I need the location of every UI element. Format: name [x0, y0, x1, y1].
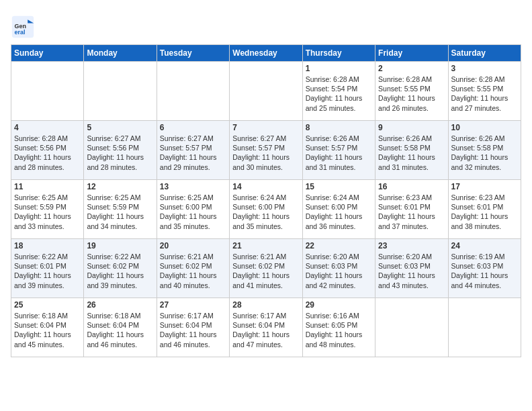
day-info: Sunrise: 6:17 AM Sunset: 6:04 PM Dayligh…	[160, 311, 226, 349]
day-info: Sunrise: 6:18 AM Sunset: 6:04 PM Dayligh…	[14, 311, 81, 349]
day-number: 7	[232, 123, 299, 132]
day-number: 9	[378, 123, 445, 132]
day-number: 19	[87, 241, 153, 250]
calendar-cell: 16Sunrise: 6:23 AM Sunset: 6:01 PM Dayli…	[375, 180, 448, 239]
calendar-cell: 23Sunrise: 6:20 AM Sunset: 6:03 PM Dayli…	[375, 239, 448, 298]
day-number: 14	[232, 182, 299, 191]
day-info: Sunrise: 6:26 AM Sunset: 5:58 PM Dayligh…	[451, 134, 518, 172]
day-number: 4	[14, 123, 81, 132]
day-info: Sunrise: 6:22 AM Sunset: 6:01 PM Dayligh…	[14, 252, 81, 290]
day-number: 25	[14, 300, 81, 310]
day-info: Sunrise: 6:25 AM Sunset: 6:00 PM Dayligh…	[160, 193, 226, 231]
logo-icon: Gen eral	[11, 15, 35, 39]
header: Gen eral	[11, 11, 521, 39]
calendar-cell: 22Sunrise: 6:20 AM Sunset: 6:03 PM Dayli…	[302, 239, 375, 298]
day-header-tuesday: Tuesday	[157, 45, 229, 62]
day-header-saturday: Saturday	[448, 45, 521, 62]
day-number: 3	[451, 64, 518, 73]
day-number: 1	[306, 64, 372, 73]
calendar-cell: 12Sunrise: 6:25 AM Sunset: 5:59 PM Dayli…	[84, 180, 157, 239]
day-info: Sunrise: 6:26 AM Sunset: 5:57 PM Dayligh…	[306, 134, 372, 172]
calendar-table: SundayMondayTuesdayWednesdayThursdayFrid…	[11, 44, 521, 357]
calendar-cell: 20Sunrise: 6:21 AM Sunset: 6:02 PM Dayli…	[157, 239, 229, 298]
calendar-week-2: 4Sunrise: 6:28 AM Sunset: 5:56 PM Daylig…	[11, 121, 521, 180]
day-number: 11	[14, 182, 81, 191]
calendar-cell: 18Sunrise: 6:22 AM Sunset: 6:01 PM Dayli…	[11, 239, 84, 298]
logo: Gen eral	[11, 15, 38, 39]
day-number: 18	[14, 241, 81, 250]
day-number: 8	[306, 123, 372, 132]
calendar-cell: 6Sunrise: 6:27 AM Sunset: 5:57 PM Daylig…	[157, 121, 229, 180]
calendar-cell: 5Sunrise: 6:27 AM Sunset: 5:56 PM Daylig…	[84, 121, 157, 180]
day-info: Sunrise: 6:26 AM Sunset: 5:58 PM Dayligh…	[378, 134, 445, 172]
calendar-cell: 29Sunrise: 6:16 AM Sunset: 6:05 PM Dayli…	[302, 298, 375, 357]
calendar-cell: 25Sunrise: 6:18 AM Sunset: 6:04 PM Dayli…	[11, 298, 84, 357]
calendar-cell: 3Sunrise: 6:28 AM Sunset: 5:55 PM Daylig…	[448, 62, 521, 121]
calendar-week-3: 11Sunrise: 6:25 AM Sunset: 5:59 PM Dayli…	[11, 180, 521, 239]
day-info: Sunrise: 6:28 AM Sunset: 5:55 PM Dayligh…	[451, 75, 518, 113]
calendar-cell: 14Sunrise: 6:24 AM Sunset: 6:00 PM Dayli…	[230, 180, 302, 239]
day-number: 17	[451, 182, 518, 191]
day-number: 28	[232, 300, 299, 310]
day-number: 27	[160, 300, 226, 310]
day-number: 15	[306, 182, 372, 191]
day-number: 10	[451, 123, 518, 132]
day-info: Sunrise: 6:23 AM Sunset: 6:01 PM Dayligh…	[451, 193, 518, 231]
day-header-monday: Monday	[84, 45, 157, 62]
day-number: 26	[87, 300, 153, 310]
day-info: Sunrise: 6:25 AM Sunset: 5:59 PM Dayligh…	[87, 193, 153, 231]
calendar-week-5: 25Sunrise: 6:18 AM Sunset: 6:04 PM Dayli…	[11, 298, 521, 357]
calendar-cell	[84, 62, 157, 121]
calendar-cell	[448, 298, 521, 357]
day-number: 16	[378, 182, 445, 191]
day-info: Sunrise: 6:28 AM Sunset: 5:54 PM Dayligh…	[306, 75, 372, 113]
calendar-cell: 2Sunrise: 6:28 AM Sunset: 5:55 PM Daylig…	[375, 62, 448, 121]
calendar-cell: 10Sunrise: 6:26 AM Sunset: 5:58 PM Dayli…	[448, 121, 521, 180]
day-number: 13	[160, 182, 226, 191]
day-info: Sunrise: 6:17 AM Sunset: 6:04 PM Dayligh…	[232, 311, 299, 349]
day-number: 29	[306, 300, 372, 310]
svg-text:eral: eral	[14, 29, 25, 36]
calendar-cell: 17Sunrise: 6:23 AM Sunset: 6:01 PM Dayli…	[448, 180, 521, 239]
calendar-cell	[230, 62, 302, 121]
day-info: Sunrise: 6:27 AM Sunset: 5:57 PM Dayligh…	[160, 134, 226, 172]
day-info: Sunrise: 6:20 AM Sunset: 6:03 PM Dayligh…	[306, 252, 372, 290]
day-info: Sunrise: 6:22 AM Sunset: 6:02 PM Dayligh…	[87, 252, 153, 290]
day-info: Sunrise: 6:21 AM Sunset: 6:02 PM Dayligh…	[232, 252, 299, 290]
day-info: Sunrise: 6:28 AM Sunset: 5:56 PM Dayligh…	[14, 134, 81, 172]
day-info: Sunrise: 6:21 AM Sunset: 6:02 PM Dayligh…	[160, 252, 226, 290]
calendar-cell: 27Sunrise: 6:17 AM Sunset: 6:04 PM Dayli…	[157, 298, 229, 357]
calendar-cell: 13Sunrise: 6:25 AM Sunset: 6:00 PM Dayli…	[157, 180, 229, 239]
day-info: Sunrise: 6:27 AM Sunset: 5:57 PM Dayligh…	[232, 134, 299, 172]
day-info: Sunrise: 6:24 AM Sunset: 6:00 PM Dayligh…	[232, 193, 299, 231]
calendar-cell: 8Sunrise: 6:26 AM Sunset: 5:57 PM Daylig…	[302, 121, 375, 180]
day-info: Sunrise: 6:28 AM Sunset: 5:55 PM Dayligh…	[378, 75, 445, 113]
day-number: 2	[378, 64, 445, 73]
day-number: 20	[160, 241, 226, 250]
calendar-cell	[157, 62, 229, 121]
calendar-cell: 4Sunrise: 6:28 AM Sunset: 5:56 PM Daylig…	[11, 121, 84, 180]
day-number: 5	[87, 123, 153, 132]
calendar-cell: 1Sunrise: 6:28 AM Sunset: 5:54 PM Daylig…	[302, 62, 375, 121]
day-info: Sunrise: 6:27 AM Sunset: 5:56 PM Dayligh…	[87, 134, 153, 172]
calendar-week-4: 18Sunrise: 6:22 AM Sunset: 6:01 PM Dayli…	[11, 239, 521, 298]
calendar-cell	[375, 298, 448, 357]
calendar-cell: 19Sunrise: 6:22 AM Sunset: 6:02 PM Dayli…	[84, 239, 157, 298]
day-number: 23	[378, 241, 445, 250]
day-info: Sunrise: 6:20 AM Sunset: 6:03 PM Dayligh…	[378, 252, 445, 290]
calendar-week-1: 1Sunrise: 6:28 AM Sunset: 5:54 PM Daylig…	[11, 62, 521, 121]
calendar-cell: 11Sunrise: 6:25 AM Sunset: 5:59 PM Dayli…	[11, 180, 84, 239]
day-info: Sunrise: 6:16 AM Sunset: 6:05 PM Dayligh…	[306, 311, 372, 349]
day-number: 6	[160, 123, 226, 132]
calendar-header-row: SundayMondayTuesdayWednesdayThursdayFrid…	[11, 45, 521, 62]
day-header-friday: Friday	[375, 45, 448, 62]
calendar-cell: 24Sunrise: 6:19 AM Sunset: 6:03 PM Dayli…	[448, 239, 521, 298]
day-info: Sunrise: 6:19 AM Sunset: 6:03 PM Dayligh…	[451, 252, 518, 290]
calendar-cell: 26Sunrise: 6:18 AM Sunset: 6:04 PM Dayli…	[84, 298, 157, 357]
day-number: 12	[87, 182, 153, 191]
day-number: 22	[306, 241, 372, 250]
calendar-cell: 21Sunrise: 6:21 AM Sunset: 6:02 PM Dayli…	[230, 239, 302, 298]
day-header-thursday: Thursday	[302, 45, 375, 62]
day-header-sunday: Sunday	[11, 45, 84, 62]
calendar-cell: 15Sunrise: 6:24 AM Sunset: 6:00 PM Dayli…	[302, 180, 375, 239]
